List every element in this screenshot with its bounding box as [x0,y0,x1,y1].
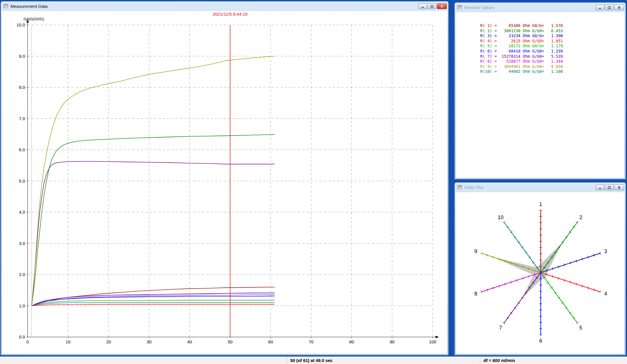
minimize-button[interactable] [596,185,604,190]
resistor-row: R( 8) = 520877 Ohm G/G0= 1.344 [480,59,624,64]
polar-titlebar[interactable]: Polar Plot [456,183,624,192]
status-flow-text: df = 600 ml/min [483,358,515,363]
svg-text:100: 100 [429,339,436,344]
svg-text:4.0: 4.0 [19,210,25,215]
polar-axis-label: 7 [499,325,502,331]
polar-axis-1: 1 [539,201,542,273]
svg-text:8.0: 8.0 [19,85,25,90]
resistor-row: R( 5) = 18172 Ohm G0/G= 1.179 [480,44,624,49]
svg-text:3.0: 3.0 [19,241,25,246]
polar-axis-label: 8 [474,291,477,297]
svg-text:40: 40 [187,339,192,344]
svg-text:7.0: 7.0 [19,116,25,121]
cursor-timestamp: 2021/11/5 9:44:10 [213,12,248,17]
status-panel-empty [0,357,287,364]
svg-text:20: 20 [106,339,111,344]
measurement-client: 01020304050607080901000.01.02.03.04.05.0… [2,11,447,354]
status-bar: 50 (of 61) at 49.0 sec df = 600 ml/min [0,356,627,364]
polar-value-polygon [493,243,562,298]
svg-text:9.0: 9.0 [19,54,25,59]
polar-client: 12345678910 [456,192,624,354]
maximize-button[interactable] [605,185,614,190]
svg-text:60: 60 [268,339,273,344]
polar-axis-6: 6 [539,273,542,344]
polar-axis-label: 5 [579,325,582,331]
resistor-row: R( 7) = 15278314 Ohm G/G0= 5.539 [480,54,624,59]
svg-text:70: 70 [309,339,314,344]
polar-axis-5: 5 [541,273,582,331]
window-title: Measurement Data [10,4,418,9]
polar-axis-label: 9 [474,248,477,254]
polar-axis-label: 3 [604,248,607,254]
svg-text:80: 80 [349,339,354,344]
resistor-titlebar[interactable]: Resistor Values [456,3,624,12]
polar-axis-label: 4 [604,291,607,297]
svg-text:10: 10 [66,339,71,344]
resistor-row: R(10) = 44902 Ohm G/G0= 1.108 [480,69,624,74]
svg-text:1.0: 1.0 [19,303,25,308]
polar-axis-7: 7 [499,273,541,331]
svg-text:50: 50 [228,339,233,344]
svg-text:90: 90 [390,339,395,344]
polar-axis-label: 1 [539,201,542,207]
svg-text:0.0: 0.0 [19,334,25,339]
measurement-line-chart[interactable]: 01020304050607080901000.01.02.03.04.05.0… [2,11,447,354]
status-panel-progress: 50 (of 61) at 49.0 sec [287,357,480,364]
resistor-row: R( 6) = 68410 Ohm G/G0= 1.299 [480,49,624,54]
window-title: Resistor Values [464,5,596,10]
resistor-row: R( 4) = 2615 Ohm G/G0= 1.051 [480,39,624,44]
svg-text:30: 30 [147,339,152,344]
resistor-row: R( 2) = 3081230 Ohm G/G0= 6.453 [480,28,624,34]
measurement-data-window: Measurement Data 01020304050607080901000… [1,1,449,355]
resistor-row: R( 1) = 65366 Ohm G0/G= 1.576 [480,23,624,28]
close-button[interactable] [437,3,447,9]
polar-axis-2: 2 [541,215,582,273]
maximize-button[interactable] [428,3,436,9]
svg-text:5.0: 5.0 [19,179,25,183]
maximize-button[interactable] [605,5,614,10]
close-button[interactable] [614,5,624,10]
polar-axis-4: 4 [541,273,607,297]
svg-text:6.0: 6.0 [19,147,25,152]
close-button[interactable] [614,185,624,190]
y-axis-label: G/G0(G0/G) [24,17,44,21]
window-title: Polar Plot [464,185,596,190]
window-icon [457,5,463,10]
minimize-button[interactable] [596,5,604,10]
status-progress-text: 50 (of 61) at 49.0 sec [290,358,333,363]
polar-plot-chart[interactable]: 12345678910 [456,192,624,354]
polar-axis-label: 10 [498,215,504,220]
resistor-row: R( 9) = 3044901 Ohm G/G0= 8.858 [480,64,624,69]
window-icon [457,185,463,190]
polar-axis-label: 6 [539,338,542,344]
minimize-button[interactable] [418,3,427,9]
window-icon [3,4,9,9]
polar-plot-window: Polar Plot 12345678910 [454,182,626,355]
resistor-list: R( 1) = 65366 Ohm G0/G= 1.576R( 2) = 308… [456,12,624,74]
resistor-client: R( 1) = 65366 Ohm G0/G= 1.576R( 2) = 308… [456,12,624,178]
svg-text:2.0: 2.0 [19,272,25,277]
resistor-values-window: Resistor Values R( 1) = 65366 Ohm G0/G= … [454,2,626,179]
resistor-row: R( 3) = 23234 Ohm G0/G= 1.398 [480,33,624,39]
measurement-titlebar[interactable]: Measurement Data [2,1,447,11]
svg-text:10.0: 10.0 [17,22,25,27]
polar-axis-label: 2 [579,215,582,220]
svg-text:0: 0 [26,339,29,344]
status-panel-flow: df = 600 ml/min [480,357,627,364]
